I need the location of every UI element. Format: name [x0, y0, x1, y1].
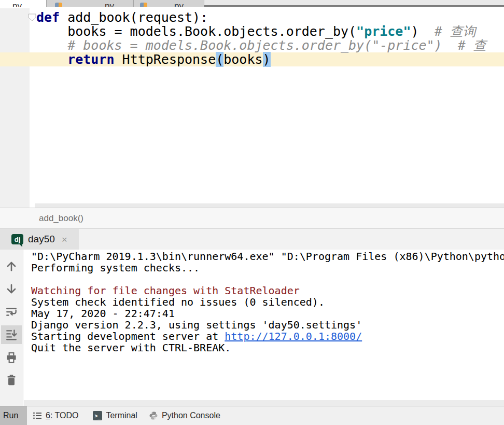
editor-code-line[interactable]: def add_book(request):: [0, 10, 504, 24]
toolwindow-button-todo[interactable]: 6: TODO: [33, 411, 78, 420]
python-file-icon: [140, 3, 147, 7]
code-token: books = models.Book.objects.order_by(: [36, 24, 356, 39]
code-token: May 17, 2020 - 22:47:41: [31, 307, 175, 320]
console-line: May 17, 2020 - 22:47:41: [31, 308, 504, 319]
console-link[interactable]: http://127.0.0.1:8000/: [225, 330, 362, 342]
print-icon[interactable]: [1, 348, 22, 367]
code-token: Quit the server with CTRL-BREAK.: [31, 341, 231, 354]
code-token: # books = models.Book.objects.order_by("…: [36, 38, 486, 53]
code-token: "D:\PyCharm 2019.1.3\bin\runnerw64.exe" …: [31, 250, 504, 263]
close-icon[interactable]: ×: [62, 235, 67, 244]
code-token: # 查询: [435, 24, 476, 39]
code-token: ): [263, 52, 271, 67]
code-token: Watching for file changes with StatReloa…: [31, 284, 300, 297]
console-toolbar: [0, 250, 23, 406]
editor-code-line[interactable]: return HttpResponse(books): [0, 52, 504, 66]
context-bar: add_book(): [0, 208, 504, 229]
run-config-tab-day50[interactable]: dj day50 ×: [0, 229, 79, 250]
clear-all-icon[interactable]: [1, 371, 22, 390]
run-toolwindow-tab-strip: dj day50 ×: [0, 229, 504, 250]
editor-code-line[interactable]: # books = models.Book.objects.order_by("…: [0, 38, 504, 52]
status-bar: Run 6: TODO >_ Terminal Python Console: [0, 406, 504, 425]
todo-list-icon: [33, 411, 42, 420]
code-area: def add_book(request): books = models.Bo…: [0, 10, 504, 66]
code-token: System check identified no issues (0 sil…: [31, 296, 325, 308]
console-horizontal-scrollbar[interactable]: [24, 400, 504, 406]
console-line: "D:\PyCharm 2019.1.3\bin\runnerw64.exe" …: [31, 251, 504, 262]
python-file-icon: [55, 3, 62, 7]
code-token: def: [36, 10, 60, 25]
console-line: Quit the server with CTRL-BREAK.: [31, 342, 504, 353]
code-token: ): [411, 24, 434, 39]
console-line: System check identified no issues (0 sil…: [31, 296, 504, 308]
toolwindow-button-python-console[interactable]: Python Console: [149, 411, 220, 420]
code-token: Performing system checks...: [31, 262, 200, 274]
editor-tab-label: py: [174, 1, 184, 7]
code-token: add_book(request):: [60, 10, 208, 25]
code-token: Starting development server at: [31, 330, 225, 342]
terminal-icon: >_: [93, 411, 102, 420]
code-token: return: [67, 52, 114, 67]
editor-tab-3[interactable]: py: [133, 0, 204, 7]
run-console: "D:\PyCharm 2019.1.3\bin\runnerw64.exe" …: [0, 250, 504, 406]
code-token: [36, 52, 67, 67]
run-button-label: Run: [3, 411, 18, 420]
code-token: "price": [356, 24, 411, 39]
python-console-label: Python Console: [162, 411, 220, 420]
console-line: Starting development server at http://12…: [31, 331, 504, 342]
editor-tab-label: py: [12, 1, 22, 7]
toolwindow-button-terminal[interactable]: >_ Terminal: [93, 411, 137, 420]
code-token: Django version 2.2.3, using settings 'da…: [31, 319, 362, 331]
soft-wrap-icon[interactable]: [1, 303, 22, 321]
code-editor[interactable]: def add_book(request): books = models.Bo…: [0, 8, 504, 208]
code-token: HttpResponse: [115, 52, 216, 67]
editor-tab-strip: py py py: [0, 0, 504, 7]
toolwindow-button-run[interactable]: Run: [0, 406, 27, 425]
terminal-label: Terminal: [106, 411, 137, 420]
editor-code-line[interactable]: books = models.Book.objects.order_by("pr…: [0, 24, 504, 38]
breadcrumb[interactable]: add_book(): [39, 213, 83, 224]
todo-label: 6: TODO: [46, 411, 78, 420]
run-tab-label: day50: [28, 234, 55, 245]
console-line: Watching for file changes with StatReloa…: [31, 285, 504, 296]
editor-horizontal-scrollbar[interactable]: [35, 203, 504, 208]
python-console-icon: [149, 411, 158, 420]
console-line: [31, 273, 504, 285]
down-stack-trace-icon[interactable]: [1, 280, 22, 298]
console-line: Performing system checks...: [31, 262, 504, 273]
console-line: Django version 2.2.3, using settings 'da…: [31, 319, 504, 331]
code-token: books: [223, 52, 262, 67]
editor-tab-1[interactable]: py: [0, 0, 46, 7]
up-stack-trace-icon[interactable]: [1, 257, 22, 276]
scroll-to-end-icon[interactable]: [1, 325, 22, 344]
code-token: (: [216, 52, 223, 67]
editor-tab-label: py: [105, 1, 114, 7]
editor-tab-2[interactable]: py: [46, 0, 133, 7]
console-output[interactable]: "D:\PyCharm 2019.1.3\bin\runnerw64.exe" …: [24, 250, 504, 406]
django-dj-icon: dj: [11, 234, 23, 244]
